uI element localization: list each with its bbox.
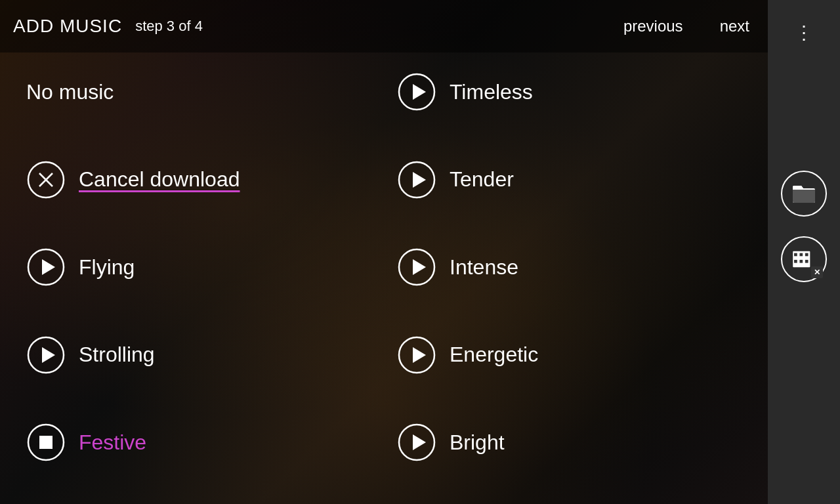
play-icon [397, 72, 436, 112]
svg-rect-25 [805, 260, 808, 263]
film-icon [793, 250, 815, 268]
play-icon [26, 335, 66, 375]
svg-rect-16 [39, 436, 52, 449]
svg-marker-6 [413, 172, 426, 188]
flying-label: Flying [79, 255, 135, 280]
music-item-timeless[interactable]: Timeless [384, 59, 755, 125]
cancel-download-label: Cancel download [79, 167, 240, 192]
svg-marker-8 [42, 259, 55, 275]
play-icon [397, 247, 436, 287]
music-item-energetic[interactable]: Energetic [384, 322, 755, 388]
festive-label: Festive [79, 430, 146, 455]
page-title: ADD MUSIC [13, 16, 122, 37]
music-item-bright[interactable]: Bright [384, 410, 755, 475]
play-icon [26, 247, 66, 287]
bright-label: Bright [450, 430, 505, 455]
svg-rect-24 [799, 260, 803, 263]
timeless-label: Timeless [450, 80, 533, 104]
music-selection-grid: No music Timeless Cancel download Tender [0, 52, 768, 504]
energetic-label: Energetic [450, 343, 538, 367]
svg-rect-21 [799, 253, 803, 257]
svg-marker-1 [413, 84, 426, 100]
header-navigation: previous next [618, 12, 755, 41]
svg-rect-22 [805, 253, 808, 257]
strolling-label: Strolling [79, 343, 155, 367]
more-options-button[interactable]: ⋮ [789, 13, 818, 52]
cancel-icon [26, 160, 66, 200]
music-item-cancel-download[interactable]: Cancel download [13, 147, 384, 213]
music-item-flying[interactable]: Flying [13, 234, 384, 300]
svg-marker-12 [42, 347, 55, 363]
tender-label: Tender [450, 167, 514, 192]
no-music-label: No music [26, 80, 114, 104]
svg-marker-18 [413, 434, 426, 450]
stop-icon [26, 423, 66, 462]
svg-marker-14 [413, 347, 426, 363]
music-item-festive[interactable]: Festive [13, 410, 384, 475]
sidebar: ⋮ ✕ [768, 0, 840, 504]
x-badge: ✕ [811, 266, 823, 278]
music-item-no-music[interactable]: No music [13, 59, 384, 125]
svg-marker-10 [413, 259, 426, 275]
next-button[interactable]: next [715, 12, 755, 41]
svg-rect-20 [794, 253, 797, 257]
play-icon [397, 423, 436, 462]
music-item-strolling[interactable]: Strolling [13, 322, 384, 388]
folder-icon [793, 184, 815, 203]
step-indicator: step 3 of 4 [135, 18, 203, 35]
play-icon [397, 335, 436, 375]
intense-label: Intense [450, 255, 518, 280]
previous-button[interactable]: previous [618, 12, 688, 41]
music-item-tender[interactable]: Tender [384, 147, 755, 213]
music-item-intense[interactable]: Intense [384, 234, 755, 300]
svg-rect-23 [794, 260, 797, 263]
play-icon [397, 160, 436, 200]
folder-button[interactable] [781, 171, 827, 217]
film-remove-button[interactable]: ✕ [781, 236, 827, 282]
header: ADD MUSIC step 3 of 4 previous next [0, 0, 768, 52]
